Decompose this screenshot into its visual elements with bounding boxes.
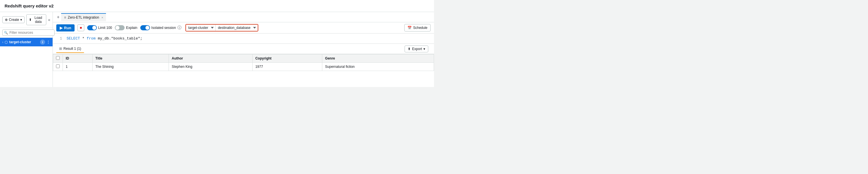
cluster-info-button[interactable]: i (40, 39, 45, 45)
cluster-item[interactable]: › ⬡ target-cluster i ⋮ (0, 38, 53, 46)
result-table-icon: ⊞ (59, 47, 62, 51)
results-table: ID Title Author Copyright Genre 1 The Sh… (53, 54, 434, 71)
cell-genre: Supernatural fiction (322, 63, 434, 71)
schedule-button[interactable]: 📅 Schedule (404, 24, 431, 31)
th-title: Title (92, 54, 168, 63)
line-number: 1 (56, 37, 62, 41)
explain-toggle-group: Explain (115, 25, 137, 30)
th-copyright: Copyright (252, 54, 322, 63)
th-author: Author (169, 54, 253, 63)
sidebar-toolbar: ⊕ Create ▾ ⬆ Load data « (0, 12, 53, 28)
isolated-session-toggle[interactable] (140, 25, 150, 30)
th-checkbox[interactable] (53, 54, 63, 63)
cluster-selector-group: target-cluster destination_database (185, 24, 258, 31)
add-tab-button[interactable]: + (55, 13, 61, 21)
keyword-from: from (87, 36, 95, 41)
tab-icon: ≡ (64, 16, 66, 20)
stop-button[interactable]: ■ (78, 24, 84, 31)
result-tab-label: Result 1 (1) (63, 47, 81, 51)
editor-toolbar: ▶ Run ■ Limit 100 Explain (53, 22, 434, 33)
code-editor[interactable]: 1 SELECT * from my_db."books_table"; (53, 33, 434, 44)
tab-zero-etl[interactable]: ≡ Zero-ETL integration × (61, 13, 106, 21)
tab-label: Zero-ETL integration (68, 16, 99, 20)
export-chevron-icon: ▾ (424, 47, 425, 51)
code-star: * (82, 36, 87, 41)
play-icon: ▶ (60, 26, 63, 30)
limit-toggle[interactable] (87, 25, 97, 30)
result-tab-1[interactable]: ⊞ Result 1 (1) (56, 45, 84, 53)
limit-toggle-group: Limit 100 (87, 25, 112, 30)
cluster-name-label: target-cluster (9, 40, 38, 44)
keyword-select: SELECT (67, 36, 80, 41)
th-id: ID (63, 54, 93, 63)
filter-resources-input[interactable] (2, 29, 55, 36)
cluster-more-button[interactable]: ⋮ (46, 40, 50, 45)
table-row: 1 The Shining Stephen King 1977 Supernat… (53, 63, 434, 71)
upload-icon: ⬆ (29, 18, 32, 22)
cluster-actions: i ⋮ (40, 39, 50, 45)
th-genre: Genre (322, 54, 434, 63)
cell-copyright: 1977 (252, 63, 322, 71)
run-button[interactable]: ▶ Run (56, 24, 74, 31)
tab-bar: + ≡ Zero-ETL integration × (53, 12, 434, 22)
table-header-row: ID Title Author Copyright Genre (53, 54, 434, 63)
create-button[interactable]: ⊕ Create ▾ (2, 16, 25, 23)
app-header: Redshift query editor v2 (0, 0, 434, 12)
search-icon: 🔍 (4, 31, 8, 35)
row-checkbox-cell[interactable] (53, 63, 63, 71)
sidebar: ⊕ Create ▾ ⬆ Load data « 🔍 ↻ › ⬡ target-… (0, 12, 53, 87)
collapse-sidebar-button[interactable]: « (48, 18, 50, 22)
main-layout: ⊕ Create ▾ ⬆ Load data « 🔍 ↻ › ⬡ target-… (0, 12, 434, 87)
database-selector[interactable]: destination_database (215, 25, 258, 31)
load-data-button[interactable]: ⬆ Load data (26, 14, 46, 25)
code-table: my_db."books_table"; (98, 36, 142, 41)
code-content: SELECT * from my_db."books_table"; (67, 36, 142, 41)
code-line-1: 1 SELECT * from my_db."books_table"; (53, 36, 434, 41)
results-tab-bar: ⊞ Result 1 (1) ⬆ Export ▾ (53, 44, 434, 54)
stop-icon: ■ (80, 26, 82, 30)
calendar-icon: 📅 (407, 26, 412, 30)
row-checkbox[interactable] (56, 64, 60, 68)
tab-close-button[interactable]: × (101, 16, 103, 19)
isolated-session-group: Isolated session ⓘ (140, 25, 181, 30)
isolated-session-info-icon[interactable]: ⓘ (178, 25, 181, 30)
export-icon: ⬆ (408, 47, 410, 51)
results-area: ⊞ Result 1 (1) ⬆ Export ▾ (53, 44, 434, 87)
select-all-checkbox[interactable] (56, 56, 60, 60)
cluster-chevron-icon: › (2, 41, 3, 44)
plus-icon: ⊕ (5, 18, 8, 22)
cluster-database-icon: ⬡ (5, 40, 8, 45)
chevron-down-icon: ▾ (20, 18, 22, 22)
cell-id: 1 (63, 63, 93, 71)
export-button[interactable]: ⬆ Export ▾ (405, 46, 428, 52)
content-area: + ≡ Zero-ETL integration × ▶ Run ■ Lim (53, 12, 434, 87)
cluster-selector[interactable]: target-cluster (186, 25, 215, 31)
search-wrapper: 🔍 (2, 29, 55, 36)
explain-toggle[interactable] (115, 25, 125, 30)
cell-title: The Shining (92, 63, 168, 71)
app-title: Redshift query editor v2 (5, 3, 54, 8)
search-area: 🔍 ↻ (0, 28, 53, 38)
cell-author: Stephen King (169, 63, 253, 71)
